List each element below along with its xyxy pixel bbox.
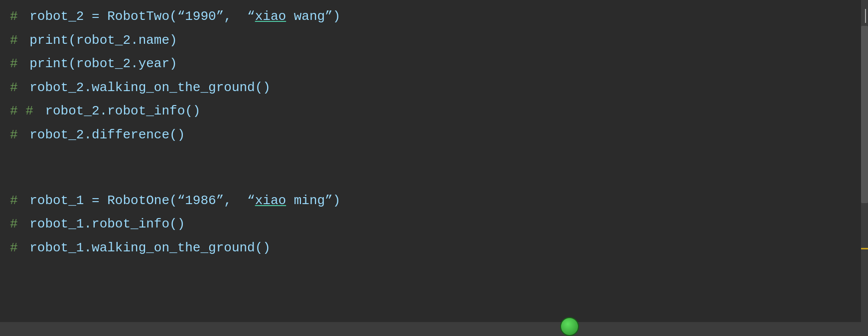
code-line-6[interactable]: # robot_2.difference() xyxy=(0,123,868,147)
code-content-10: robot_1.robot_info() xyxy=(22,214,185,235)
comment-hash-11: # xyxy=(10,238,18,259)
code-line-9[interactable]: # robot_1 = RobotOne(“1986”, “xiao ming”… xyxy=(0,189,868,213)
comment-hash-5: # # xyxy=(10,101,33,122)
code-content-6: robot_2.difference() xyxy=(22,125,185,146)
comment-hash-3: # xyxy=(10,54,18,75)
comment-hash-4: # xyxy=(10,78,18,99)
comment-hash-1: # xyxy=(10,6,18,27)
scrollbar-marker xyxy=(861,248,868,249)
code-content-2: print(robot_2.name) xyxy=(22,30,177,51)
green-circle-icon[interactable] xyxy=(560,317,579,336)
comment-hash-6: # xyxy=(10,125,18,146)
bottom-bar xyxy=(0,322,868,336)
code-content-5: robot_2.robot_info() xyxy=(37,101,201,122)
code-content-9: robot_1 = RobotOne(“1986”, “xiao ming”) xyxy=(22,191,341,212)
editor-container: # robot_2 = RobotTwo(“1990”, “xiao wang”… xyxy=(0,0,868,336)
code-line-10[interactable]: # robot_1.robot_info() xyxy=(0,213,868,236)
comment-hash-2: # xyxy=(10,30,18,51)
comment-hash-10: # xyxy=(10,214,18,235)
scrollbar[interactable] xyxy=(861,0,868,322)
code-line-7 xyxy=(0,147,868,168)
code-content-3: print(robot_2.year) xyxy=(22,54,177,75)
code-line-1[interactable]: # robot_2 = RobotTwo(“1990”, “xiao wang”… xyxy=(0,5,868,29)
code-line-2[interactable]: # print(robot_2.name) xyxy=(0,29,868,53)
code-line-4[interactable]: # robot_2.walking_on_the_ground() xyxy=(0,76,868,100)
code-line-3[interactable]: # print(robot_2.year) xyxy=(0,52,868,76)
comment-hash-9: # xyxy=(10,191,18,212)
code-line-8 xyxy=(0,168,868,189)
code-area[interactable]: # robot_2 = RobotTwo(“1990”, “xiao wang”… xyxy=(0,0,868,322)
code-content-11: robot_1.walking_on_the_ground() xyxy=(22,238,271,259)
code-content-4: robot_2.walking_on_the_ground() xyxy=(22,78,271,99)
code-line-11[interactable]: # robot_1.walking_on_the_ground() xyxy=(0,236,868,260)
code-content-1: robot_2 = RobotTwo(“1990”, “xiao wang”) xyxy=(22,6,341,27)
scrollbar-thumb[interactable] xyxy=(861,26,868,203)
cursor-indicator xyxy=(865,9,866,23)
code-line-5[interactable]: # # robot_2.robot_info() xyxy=(0,100,868,123)
